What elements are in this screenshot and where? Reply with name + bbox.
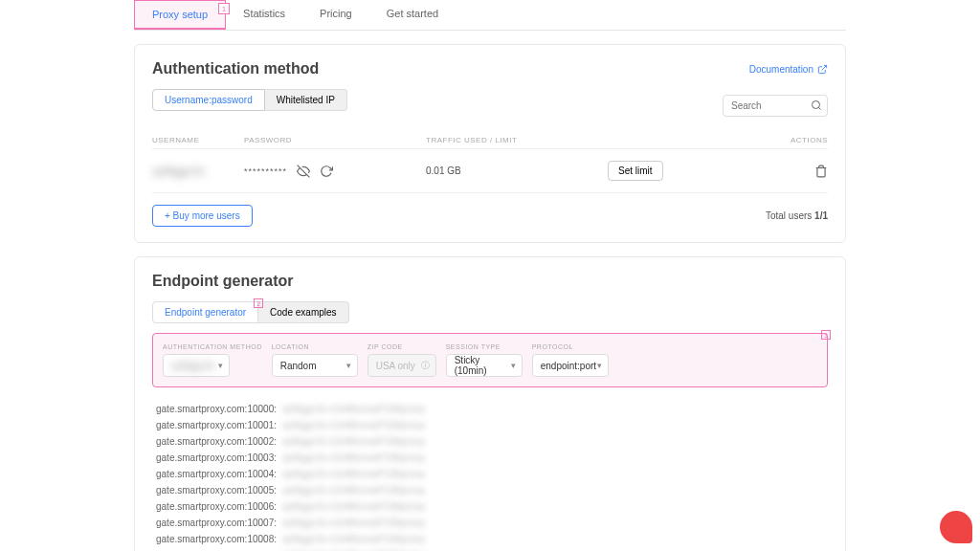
trash-icon[interactable] bbox=[814, 165, 828, 178]
endpoint-row: gate.smartproxy.com:10002:sp9tggv1k:x1k4… bbox=[156, 433, 824, 450]
eye-off-icon[interactable] bbox=[297, 165, 310, 178]
search-icon bbox=[811, 99, 822, 111]
filter-label-location: LOCATION bbox=[272, 343, 358, 350]
filter-label-auth: AUTHENTICATION METHOD bbox=[163, 343, 262, 350]
auth-card: Authentication method Documentation User… bbox=[134, 44, 846, 243]
tab-statistics[interactable]: Statistics bbox=[226, 0, 302, 30]
tab-pricing[interactable]: Pricing bbox=[302, 0, 369, 30]
gen-title: Endpoint generator bbox=[152, 273, 828, 290]
endpoint-host: gate.smartproxy.com:10000: bbox=[156, 404, 277, 414]
endpoint-host: gate.smartproxy.com:10001: bbox=[156, 420, 277, 430]
endpoint-row: gate.smartproxy.com:10008:sp9tggv1k:x1k4… bbox=[156, 531, 824, 547]
endpoint-credentials-blurred: sp9tggv1k:x1k4t8orwaP1i9bjznep bbox=[282, 485, 425, 496]
auth-title: Authentication method bbox=[152, 60, 319, 77]
filter-label-zip: ZIP CODE bbox=[368, 343, 436, 350]
select-session-type[interactable]: Sticky (10min)▾ bbox=[446, 354, 523, 377]
endpoint-host: gate.smartproxy.com:10007: bbox=[156, 518, 277, 528]
endpoint-host: gate.smartproxy.com:10004: bbox=[156, 469, 277, 479]
select-protocol[interactable]: endpoint:port▾ bbox=[532, 354, 609, 377]
col-header-traffic: TRAFFIC USED / LIMIT bbox=[426, 136, 608, 144]
chevron-down-icon: ▾ bbox=[346, 361, 351, 370]
tab-endpoint-generator[interactable]: Endpoint generator bbox=[152, 301, 258, 323]
username-value: sp9tggv1k bbox=[152, 165, 205, 178]
info-icon: ⓘ bbox=[421, 360, 430, 372]
auth-method-segmented: Username:password Whitelisted IP bbox=[152, 89, 347, 111]
col-header-password: PASSWORD bbox=[244, 136, 397, 144]
endpoint-host: gate.smartproxy.com:10005: bbox=[156, 485, 277, 496]
endpoint-credentials-blurred: sp9tggv1k:x1k4t8orwaP1i9bjznep bbox=[282, 404, 425, 414]
endpoint-row: gate.smartproxy.com:10003:sp9tggv1k:x1k4… bbox=[156, 450, 824, 466]
tab-code-examples[interactable]: Code examples 2 bbox=[258, 301, 348, 323]
chevron-down-icon: ▾ bbox=[597, 361, 602, 370]
endpoint-row: gate.smartproxy.com:10005:sp9tggv1k:x1k4… bbox=[156, 482, 824, 498]
tab-get-started[interactable]: Get started bbox=[369, 0, 456, 30]
refresh-icon[interactable] bbox=[320, 165, 333, 178]
select-auth-method[interactable]: sp9tggv1k▾ bbox=[163, 354, 230, 377]
endpoint-row: gate.smartproxy.com:10001:sp9tggv1k:x1k4… bbox=[156, 417, 824, 433]
endpoint-list: gate.smartproxy.com:10000:sp9tggv1k:x1k4… bbox=[152, 401, 828, 551]
endpoint-host: gate.smartproxy.com:10002: bbox=[156, 436, 277, 447]
endpoint-credentials-blurred: sp9tggv1k:x1k4t8orwaP1i9bjznep bbox=[282, 518, 425, 528]
password-mask: ********** bbox=[244, 166, 287, 176]
endpoint-row: gate.smartproxy.com:10009:sp9tggv1k:x1k4… bbox=[156, 547, 824, 551]
chevron-down-icon: ▾ bbox=[511, 361, 516, 370]
callout-badge-2: 2 bbox=[254, 298, 263, 308]
endpoint-host: gate.smartproxy.com:10008: bbox=[156, 534, 277, 544]
endpoint-credentials-blurred: sp9tggv1k:x1k4t8orwaP1i9bjznep bbox=[282, 469, 425, 479]
filter-label-session: SESSION TYPE bbox=[446, 343, 523, 350]
chevron-down-icon: ▾ bbox=[218, 361, 223, 370]
svg-line-0 bbox=[822, 65, 827, 70]
seg-whitelisted-ip[interactable]: Whitelisted IP bbox=[265, 89, 347, 111]
chat-widget-icon[interactable] bbox=[940, 511, 972, 543]
table-row: sp9tggv1k ********** 0.01 GB Set limit bbox=[152, 148, 828, 193]
tab-proxy-setup[interactable]: Proxy setup 1 bbox=[134, 0, 226, 30]
filter-label-protocol: PROTOCOL bbox=[532, 343, 609, 350]
endpoint-host: gate.smartproxy.com:10003: bbox=[156, 452, 277, 463]
filter-row: AUTHENTICATION METHOD sp9tggv1k▾ LOCATIO… bbox=[152, 333, 828, 387]
endpoint-credentials-blurred: sp9tggv1k:x1k4t8orwaP1i9bjznep bbox=[282, 436, 425, 447]
seg-user-pass[interactable]: Username:password bbox=[152, 89, 265, 111]
table-header: USERNAME PASSWORD TRAFFIC USED / LIMIT A… bbox=[152, 132, 828, 148]
tab-label: Proxy setup bbox=[152, 9, 208, 20]
endpoint-row: gate.smartproxy.com:10006:sp9tggv1k:x1k4… bbox=[156, 498, 824, 515]
total-users: Total users 1/1 bbox=[766, 210, 828, 221]
svg-line-2 bbox=[818, 107, 820, 109]
documentation-link[interactable]: Documentation bbox=[749, 64, 828, 75]
endpoint-credentials-blurred: sp9tggv1k:x1k4t8orwaP1i9bjznep bbox=[282, 534, 425, 544]
col-header-actions: ACTIONS bbox=[791, 136, 828, 144]
buy-more-users-button[interactable]: + Buy more users bbox=[152, 205, 253, 227]
select-location[interactable]: Random▾ bbox=[272, 354, 358, 377]
endpoint-host: gate.smartproxy.com:10006: bbox=[156, 501, 277, 512]
doc-link-label: Documentation bbox=[749, 64, 813, 75]
endpoint-credentials-blurred: sp9tggv1k:x1k4t8orwaP1i9bjznep bbox=[282, 420, 425, 430]
endpoint-credentials-blurred: sp9tggv1k:x1k4t8orwaP1i9bjznep bbox=[282, 452, 425, 463]
traffic-value: 0.01 GB bbox=[426, 165, 608, 176]
endpoint-row: gate.smartproxy.com:10004:sp9tggv1k:x1k4… bbox=[156, 466, 824, 482]
endpoint-generator-card: Endpoint generator Endpoint generator Co… bbox=[134, 256, 846, 551]
callout-badge-3: 3 bbox=[821, 330, 831, 340]
set-limit-button[interactable]: Set limit bbox=[608, 161, 663, 181]
svg-point-1 bbox=[813, 101, 820, 109]
select-zip-code: USA onlyⓘ bbox=[368, 354, 436, 377]
endpoint-row: gate.smartproxy.com:10000:sp9tggv1k:x1k4… bbox=[156, 401, 824, 417]
endpoint-row: gate.smartproxy.com:10007:sp9tggv1k:x1k4… bbox=[156, 515, 824, 531]
external-link-icon bbox=[817, 64, 828, 75]
gen-tabs: Endpoint generator Code examples 2 bbox=[152, 301, 828, 323]
endpoint-credentials-blurred: sp9tggv1k:x1k4t8orwaP1i9bjznep bbox=[282, 501, 425, 512]
top-tabs: Proxy setup 1 Statistics Pricing Get sta… bbox=[134, 0, 846, 31]
col-header-username: USERNAME bbox=[152, 136, 244, 144]
